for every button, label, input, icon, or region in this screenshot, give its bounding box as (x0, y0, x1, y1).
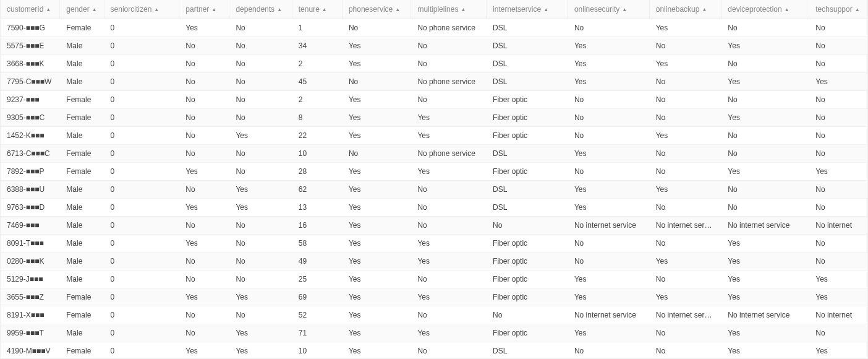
column-header-deviceprotection[interactable]: deviceprotection▲ (721, 0, 809, 19)
cell-onlinesecurity: Yes (568, 181, 650, 199)
cell-gender: Female (60, 342, 104, 359)
cell-partner: No (179, 91, 229, 109)
cell-multiplelines: Yes (411, 127, 487, 145)
cell-deviceprotection: Yes (721, 288, 809, 306)
sort-asc-icon: ▲ (785, 7, 789, 12)
cell-phoneservice: Yes (343, 91, 412, 109)
column-header-onlinebackup[interactable]: onlinebackup▲ (650, 0, 722, 19)
cell-onlinesecurity: Yes (568, 270, 650, 288)
table-row[interactable]: 1452-K■■■Male0NoYes22YesYesFiber opticNo… (1, 127, 867, 145)
table-row[interactable]: 7469-■■■Male0NoNo16YesNoNoNo internet se… (1, 217, 867, 235)
cell-phoneservice: Yes (343, 235, 412, 253)
table-row[interactable]: 8091-T■■■Male0YesNo58YesYesFiber opticNo… (1, 235, 867, 253)
table-row[interactable]: 9763-■■■DMale0YesYes13YesNoDSLYesNoNoNo (1, 199, 867, 217)
column-header-techsupport[interactable]: techsuppor▲ (809, 0, 867, 19)
sort-asc-icon: ▲ (543, 7, 548, 12)
cell-dependents: No (229, 235, 292, 253)
cell-partner: No (179, 270, 229, 288)
table-row[interactable]: 4190-M■■■VFemale0YesYes10YesNoDSLNoNoYes… (1, 342, 867, 359)
cell-techsupport: No internet (809, 306, 867, 324)
column-header-onlinesecurity[interactable]: onlinesecurity▲ (568, 0, 650, 19)
cell-deviceprotection: Yes (721, 73, 809, 91)
column-header-label: internetservice (493, 5, 541, 14)
cell-customerid: 9237-■■■ (1, 91, 60, 109)
cell-gender: Male (60, 270, 104, 288)
table-row[interactable]: 6713-C■■■CFemale0NoNo10NoNo phone servic… (1, 145, 867, 163)
table-row[interactable]: 6388-■■■UMale0NoYes62YesNoDSLYesYesNoNo (1, 181, 867, 199)
cell-onlinesecurity: Yes (568, 55, 650, 73)
cell-dependents: Yes (229, 199, 292, 217)
cell-gender: Female (60, 145, 104, 163)
cell-onlinesecurity: Yes (568, 199, 650, 217)
cell-seniorcitizen: 0 (104, 199, 180, 217)
column-header-customerid[interactable]: customerId▲ (1, 0, 60, 19)
cell-internetservice: No (487, 217, 568, 235)
cell-multiplelines: No (411, 270, 487, 288)
sort-asc-icon: ▲ (322, 7, 327, 12)
cell-onlinesecurity: No (568, 342, 650, 359)
cell-onlinesecurity: No (568, 91, 650, 109)
cell-partner: Yes (179, 288, 229, 306)
cell-multiplelines: Yes (411, 163, 487, 181)
cell-customerid: 3655-■■■Z (1, 288, 60, 306)
cell-partner: Yes (179, 342, 229, 359)
table-row[interactable]: 3668-■■■KMale0NoNo2YesNoDSLYesYesNoNo (1, 55, 867, 73)
cell-internetservice: DSL (487, 73, 568, 91)
cell-tenure: 69 (292, 288, 343, 306)
cell-customerid: 7795-C■■■W (1, 73, 60, 91)
table-row[interactable]: 7590-■■■GFemale0YesNo1NoNo phone service… (1, 19, 867, 37)
sort-asc-icon: ▲ (46, 7, 51, 12)
table-scroll-container[interactable]: customerId▲gender▲seniorcitizen▲partner▲… (0, 0, 868, 359)
column-header-seniorcitizen[interactable]: seniorcitizen▲ (104, 0, 180, 19)
cell-tenure: 22 (292, 127, 343, 145)
cell-dependents: No (229, 109, 292, 127)
cell-techsupport: Yes (809, 342, 867, 359)
cell-gender: Male (60, 253, 104, 270)
table-row[interactable]: 7892-■■■PFemale0YesNo28YesYesFiber optic… (1, 163, 867, 181)
cell-deviceprotection: Yes (721, 109, 809, 127)
cell-customerid: 7469-■■■ (1, 217, 60, 235)
cell-seniorcitizen: 0 (104, 217, 180, 235)
cell-phoneservice: Yes (343, 109, 412, 127)
table-row[interactable]: 9237-■■■Female0NoNo2YesNoFiber opticNoNo… (1, 91, 867, 109)
cell-onlinesecurity: No (568, 163, 650, 181)
cell-seniorcitizen: 0 (104, 73, 180, 91)
column-header-partner[interactable]: partner▲ (179, 0, 229, 19)
cell-onlinesecurity: Yes (568, 145, 650, 163)
table-row[interactable]: 7795-C■■■WMale0NoNo45NoNo phone serviceD… (1, 73, 867, 91)
table-row[interactable]: 5575-■■■EMale0NoNo34YesNoDSLYesNoYesNo (1, 37, 867, 55)
cell-onlinebackup: No (650, 163, 722, 181)
column-header-multiplelines[interactable]: multiplelines▲ (411, 0, 487, 19)
cell-partner: No (179, 217, 229, 235)
cell-phoneservice: Yes (343, 324, 412, 342)
cell-multiplelines: No phone service (411, 145, 487, 163)
cell-internetservice: Fiber optic (487, 91, 568, 109)
cell-multiplelines: No phone service (411, 73, 487, 91)
cell-techsupport: No (809, 235, 867, 253)
cell-phoneservice: Yes (343, 37, 412, 55)
column-header-tenure[interactable]: tenure▲ (292, 0, 343, 19)
column-header-internetservice[interactable]: internetservice▲ (487, 0, 568, 19)
cell-deviceprotection: No (721, 127, 809, 145)
cell-onlinebackup: No (650, 37, 722, 55)
cell-techsupport: Yes (809, 73, 867, 91)
column-header-label: seniorcitizen (111, 5, 152, 14)
table-row[interactable]: 9305-■■■CFemale0NoNo8YesYesFiber opticNo… (1, 109, 867, 127)
cell-techsupport: No (809, 127, 867, 145)
cell-deviceprotection: Yes (721, 253, 809, 270)
cell-deviceprotection: Yes (721, 270, 809, 288)
column-header-phoneservice[interactable]: phoneservice▲ (343, 0, 412, 19)
column-header-dependents[interactable]: dependents▲ (229, 0, 292, 19)
table-row[interactable]: 0280-■■■KMale0NoNo49YesYesFiber opticNoY… (1, 253, 867, 270)
cell-internetservice: DSL (487, 199, 568, 217)
cell-dependents: No (229, 217, 292, 235)
table-row[interactable]: 8191-X■■■Female0NoNo52YesNoNoNo internet… (1, 306, 867, 324)
table-row[interactable]: 9959-■■■TMale0NoYes71YesYesFiber opticYe… (1, 324, 867, 342)
table-row[interactable]: 5129-J■■■Male0NoNo25YesNoFiber opticYesN… (1, 270, 867, 288)
cell-deviceprotection: No (721, 199, 809, 217)
column-header-gender[interactable]: gender▲ (60, 0, 104, 19)
cell-deviceprotection: Yes (721, 235, 809, 253)
cell-tenure: 28 (292, 163, 343, 181)
table-row[interactable]: 3655-■■■ZFemale0YesYes69YesYesFiber opti… (1, 288, 867, 306)
cell-tenure: 62 (292, 181, 343, 199)
